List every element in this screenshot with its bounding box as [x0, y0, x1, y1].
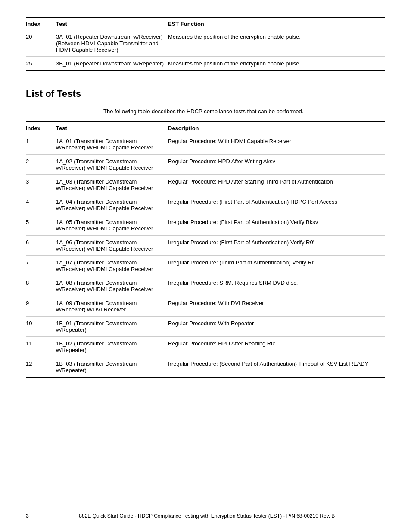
list-item: 3 1A_03 (Transmitter Downstream w/Receiv…	[26, 175, 385, 195]
description-cell: Irregular Procedure: SRM. Requires SRM D…	[168, 276, 385, 296]
test-cell: 1A_04 (Transmitter Downstream w/Receiver…	[56, 195, 168, 215]
description-cell: Irregular Procedure: (Second Part of Aut…	[168, 357, 385, 378]
list-item: 6 1A_06 (Transmitter Downstream w/Receiv…	[26, 236, 385, 256]
test-cell: 1A_03 (Transmitter Downstream w/Receiver…	[56, 175, 168, 195]
top-table: Index Test EST Function 20 3A_01 (Repeat…	[26, 17, 385, 71]
page-number: 3	[26, 513, 29, 519]
description-cell: Irregular Procedure: (First Part of Auth…	[168, 195, 385, 215]
list-item: 5 1A_05 (Transmitter Downstream w/Receiv…	[26, 215, 385, 236]
top-header-function: EST Function	[168, 18, 385, 30]
table-row: 25 3B_01 (Repeater Downstream w/Repeater…	[26, 57, 385, 71]
test-cell: 1A_05 (Transmitter Downstream w/Receiver…	[56, 215, 168, 236]
test-cell: 1B_02 (Transmitter Downstream w/Repeater…	[56, 337, 168, 357]
index-cell: 8	[26, 276, 56, 296]
description-cell: Irregular Procedure: (First Part of Auth…	[168, 215, 385, 236]
index-cell: 25	[26, 57, 56, 71]
list-item: 1 1A_01 (Transmitter Downstream w/Receiv…	[26, 134, 385, 155]
index-cell: 12	[26, 357, 56, 378]
index-cell: 2	[26, 155, 56, 175]
top-header-index: Index	[26, 18, 56, 30]
description-cell: Regular Procedure: With DVI Receiver	[168, 296, 385, 317]
description-cell: Regular Procedure: With HDMI Capable Rec…	[168, 134, 385, 155]
list-item: 4 1A_04 (Transmitter Downstream w/Receiv…	[26, 195, 385, 215]
index-cell: 9	[26, 296, 56, 317]
footer-text: 882E Quick Start Guide - HDCP Compliance…	[29, 513, 385, 519]
index-cell: 11	[26, 337, 56, 357]
test-cell: 1A_09 (Transmitter Downstream w/Receiver…	[56, 296, 168, 317]
intro-text: The following table describes the HDCP c…	[26, 108, 385, 115]
description-cell: Regular Procedure: HPD After Reading R0'	[168, 337, 385, 357]
list-item: 11 1B_02 (Transmitter Downstream w/Repea…	[26, 337, 385, 357]
description-cell: Regular Procedure: With Repeater	[168, 317, 385, 337]
list-item: 9 1A_09 (Transmitter Downstream w/Receiv…	[26, 296, 385, 317]
function-cell: Measures the position of the encryption …	[168, 30, 385, 57]
section-title: List of Tests	[26, 88, 385, 100]
table-row: 20 3A_01 (Repeater Downstream w/Receiver…	[26, 30, 385, 57]
list-item: 7 1A_07 (Transmitter Downstream w/Receiv…	[26, 256, 385, 276]
description-cell: Irregular Procedure: (Third Part of Auth…	[168, 256, 385, 276]
index-cell: 1	[26, 134, 56, 155]
description-cell: Irregular Procedure: (First Part of Auth…	[168, 236, 385, 256]
test-cell: 1B_03 (Transmitter Downstream w/Repeater…	[56, 357, 168, 378]
test-cell: 3A_01 (Repeater Downstream w/Receiver) (…	[56, 30, 168, 57]
index-cell: 4	[26, 195, 56, 215]
index-cell: 20	[26, 30, 56, 57]
list-of-tests-section: List of Tests The following table descri…	[26, 88, 385, 378]
list-header-test: Test	[56, 122, 168, 134]
index-cell: 10	[26, 317, 56, 337]
description-cell: Regular Procedure: HPD After Starting Th…	[168, 175, 385, 195]
test-cell: 3B_01 (Repeater Downstream w/Repeater)	[56, 57, 168, 71]
description-cell: Regular Procedure: HPD After Writing Aks…	[168, 155, 385, 175]
index-cell: 5	[26, 215, 56, 236]
test-cell: 1A_07 (Transmitter Downstream w/Receiver…	[56, 256, 168, 276]
function-cell: Measures the position of the encryption …	[168, 57, 385, 71]
test-cell: 1A_01 (Transmitter Downstream w/Receiver…	[56, 134, 168, 155]
top-header-test: Test	[56, 18, 168, 30]
list-item: 12 1B_03 (Transmitter Downstream w/Repea…	[26, 357, 385, 378]
list-item: 10 1B_01 (Transmitter Downstream w/Repea…	[26, 317, 385, 337]
list-header-description: Description	[168, 122, 385, 134]
list-table: Index Test Description 1 1A_01 (Transmit…	[26, 121, 385, 378]
list-item: 2 1A_02 (Transmitter Downstream w/Receiv…	[26, 155, 385, 175]
test-cell: 1A_08 (Transmitter Downstream w/Receiver…	[56, 276, 168, 296]
test-cell: 1A_02 (Transmitter Downstream w/Receiver…	[56, 155, 168, 175]
list-header-index: Index	[26, 122, 56, 134]
index-cell: 7	[26, 256, 56, 276]
list-item: 8 1A_08 (Transmitter Downstream w/Receiv…	[26, 276, 385, 296]
page-footer: 3 882E Quick Start Guide - HDCP Complian…	[26, 510, 385, 519]
test-cell: 1B_01 (Transmitter Downstream w/Repeater…	[56, 317, 168, 337]
index-cell: 6	[26, 236, 56, 256]
test-cell: 1A_06 (Transmitter Downstream w/Receiver…	[56, 236, 168, 256]
index-cell: 3	[26, 175, 56, 195]
top-table-section: Index Test EST Function 20 3A_01 (Repeat…	[26, 17, 385, 71]
